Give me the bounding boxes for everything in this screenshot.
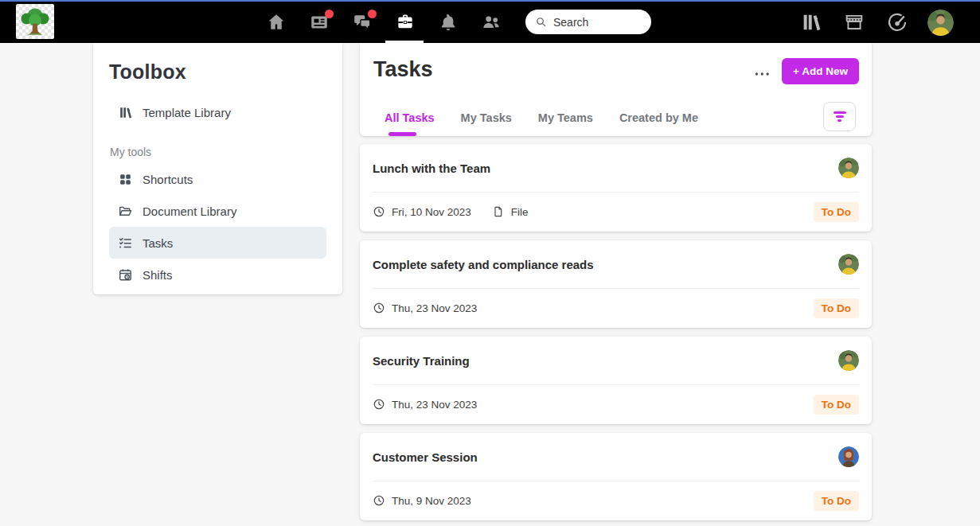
- due-date: Thu, 23 Nov 2023: [373, 302, 477, 314]
- messages-nav-button[interactable]: [352, 12, 373, 33]
- sidebar-item-document-library[interactable]: Document Library: [109, 195, 326, 227]
- toolbox-sidebar: Toolbox Template Library My tools Shortc…: [93, 43, 342, 294]
- status-badge: To Do: [814, 298, 859, 318]
- calendar-clock-icon: [118, 267, 133, 282]
- task-card-footer: Thu, 9 Nov 2023 To Do: [360, 481, 872, 520]
- status-badge: To Do: [814, 395, 859, 415]
- tab-my-teams[interactable]: My Teams: [538, 111, 593, 124]
- page-title: Tasks: [373, 57, 433, 82]
- assignee-avatar-photo: [838, 254, 859, 275]
- status-badge: To Do: [814, 202, 859, 222]
- task-tabs: All Tasks My Tasks My Teams Created by M…: [385, 111, 698, 124]
- task-card-footer: Fri, 10 Nov 2023 File To Do: [360, 193, 872, 231]
- filter-icon: [834, 111, 846, 122]
- task-card-header: Complete safety and compliance reads: [360, 240, 872, 288]
- active-tab-indicator: [388, 132, 416, 136]
- sidebar-section-label: My tools: [109, 146, 326, 158]
- tree-logo-icon: [18, 6, 52, 37]
- assignee-avatar[interactable]: [838, 158, 859, 178]
- task-card-footer: Thu, 23 Nov 2023 To Do: [360, 289, 872, 327]
- messages-notification-dot: [368, 10, 377, 18]
- task-card[interactable]: Customer Session Thu, 9 Nov 2023: [360, 433, 872, 520]
- sidebar-item-shortcuts[interactable]: Shortcuts: [109, 163, 326, 195]
- task-card-header: Lunch with the Team: [360, 144, 872, 192]
- top-navigation-bar: [0, 0, 980, 43]
- sidebar-item-shifts[interactable]: Shifts: [109, 259, 326, 290]
- search-input[interactable]: [553, 16, 643, 29]
- assignee-avatar-photo: [838, 446, 859, 467]
- sidebar-item-label: Template Library: [143, 106, 231, 119]
- due-date-text: Thu, 23 Nov 2023: [392, 399, 477, 411]
- tab-my-tasks[interactable]: My Tasks: [461, 111, 512, 124]
- due-date-text: Thu, 9 Nov 2023: [392, 495, 471, 507]
- sidebar-item-label: Shortcuts: [143, 173, 193, 186]
- library-icon: [800, 11, 822, 33]
- attachment-label: File: [511, 206, 529, 218]
- sidebar-item-label: Shifts: [143, 268, 173, 282]
- task-card-header: Security Training: [360, 337, 872, 384]
- tab-created-by-me[interactable]: Created by Me: [619, 111, 698, 124]
- grid-icon: [118, 172, 133, 187]
- performance-nav-button[interactable]: [886, 11, 908, 33]
- toolbox-icon: [395, 12, 416, 33]
- filter-button[interactable]: [823, 102, 856, 131]
- clock-icon: [373, 205, 385, 218]
- more-options-button[interactable]: [752, 65, 775, 83]
- checklist-icon: [118, 236, 133, 251]
- file-icon: [492, 205, 505, 218]
- home-nav-button[interactable]: [266, 12, 287, 33]
- assignee-avatar[interactable]: [838, 254, 859, 275]
- add-new-button[interactable]: + Add New: [782, 58, 859, 84]
- task-card-footer: Thu, 23 Nov 2023 To Do: [360, 385, 872, 423]
- due-date-text: Thu, 23 Nov 2023: [392, 302, 477, 314]
- feed-notification-dot: [325, 10, 334, 18]
- status-badge: To Do: [814, 491, 859, 511]
- profile-avatar[interactable]: [927, 10, 954, 36]
- sidebar-item-label: Tasks: [143, 236, 173, 250]
- profile-avatar-photo: [927, 10, 954, 36]
- home-icon: [266, 12, 287, 33]
- task-title: Customer Session: [373, 450, 838, 464]
- search-box[interactable]: [525, 10, 651, 34]
- task-card[interactable]: Complete safety and compliance reads: [360, 240, 872, 328]
- clock-icon: [373, 302, 385, 314]
- assignee-avatar-photo: [838, 158, 859, 178]
- clock-icon: [373, 494, 385, 507]
- assignee-avatar-photo: [838, 350, 859, 371]
- open-folder-icon: [118, 204, 133, 219]
- attachment[interactable]: File: [492, 205, 529, 218]
- due-date: Thu, 9 Nov 2023: [373, 494, 471, 507]
- toolbox-nav-button[interactable]: [395, 12, 416, 33]
- people-nav-button[interactable]: [481, 12, 502, 33]
- task-card-header: Customer Session: [360, 433, 872, 481]
- storefront-icon: [843, 11, 865, 33]
- sidebar-title: Toolbox: [109, 60, 326, 84]
- tasks-header-card: Tasks + Add New All Tasks My Tasks My Te…: [360, 43, 872, 136]
- task-title: Complete safety and compliance reads: [373, 258, 838, 271]
- task-card[interactable]: Security Training: [360, 337, 872, 424]
- tab-all-tasks[interactable]: All Tasks: [385, 111, 435, 124]
- due-date: Thu, 23 Nov 2023: [373, 398, 477, 411]
- marketplace-nav-button[interactable]: [843, 11, 865, 33]
- template-library-icon: [118, 105, 133, 120]
- task-card[interactable]: Lunch with the Team: [360, 144, 872, 232]
- library-nav-button[interactable]: [800, 11, 822, 33]
- feed-nav-button[interactable]: [309, 12, 330, 33]
- search-icon: [535, 16, 547, 28]
- sidebar-item-tasks[interactable]: Tasks: [109, 227, 326, 259]
- assignee-avatar[interactable]: [838, 446, 859, 467]
- due-date-text: Fri, 10 Nov 2023: [392, 206, 471, 218]
- sidebar-item-label: Document Library: [143, 205, 236, 218]
- due-date: Fri, 10 Nov 2023: [373, 205, 471, 218]
- people-icon: [481, 12, 502, 33]
- clock-icon: [373, 398, 385, 411]
- company-logo[interactable]: [16, 4, 54, 39]
- sidebar-item-template-library[interactable]: Template Library: [109, 96, 326, 128]
- gauge-icon: [886, 11, 908, 33]
- bell-icon: [438, 12, 459, 33]
- ellipsis-icon: [754, 70, 773, 78]
- notifications-nav-button[interactable]: [438, 12, 459, 33]
- assignee-avatar[interactable]: [838, 350, 859, 371]
- task-title: Security Training: [373, 354, 838, 368]
- task-list: Lunch with the Team: [360, 144, 872, 520]
